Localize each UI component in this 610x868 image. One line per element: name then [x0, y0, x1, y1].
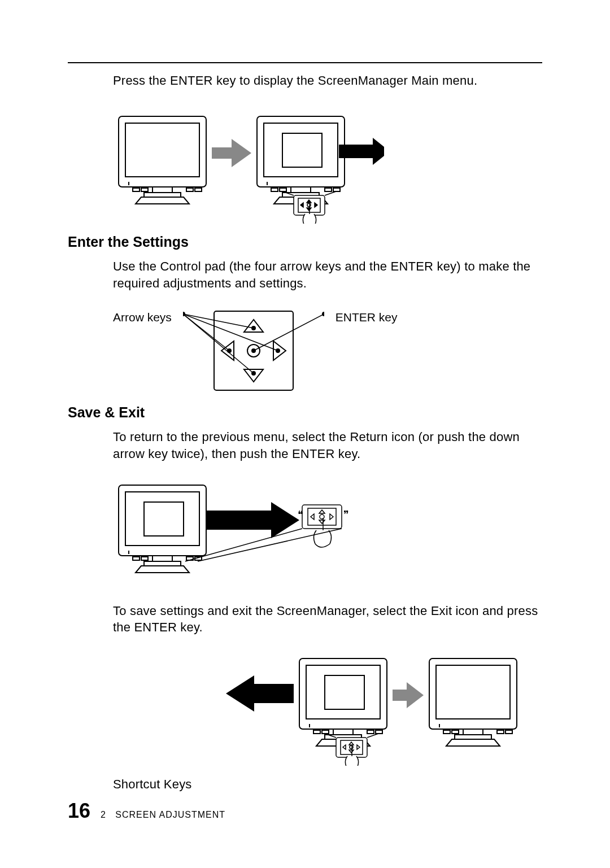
svg-line-46 [254, 314, 324, 351]
svg-rect-4 [144, 193, 181, 197]
heading-save-exit: Save & Exit [68, 404, 542, 421]
svg-rect-8 [195, 188, 202, 191]
svg-rect-79 [376, 730, 382, 734]
figure-enter-main-menu [113, 111, 542, 224]
figure-exit-screenmanager [226, 653, 542, 766]
top-rule [68, 62, 542, 63]
svg-point-97 [350, 745, 353, 749]
svg-rect-11 [264, 123, 338, 177]
svg-rect-72 [306, 665, 380, 719]
svg-rect-85 [463, 729, 483, 735]
chapter-title: SCREEN ADJUSTMENT [115, 810, 225, 819]
label-arrow-keys: Arrow keys [113, 308, 172, 324]
heading-enter-settings: Enter the Settings [68, 234, 542, 250]
svg-marker-58 [206, 502, 299, 538]
svg-text:❞: ❞ [343, 509, 349, 520]
svg-rect-90 [506, 730, 512, 734]
svg-rect-19 [282, 133, 322, 167]
svg-point-47 [323, 312, 324, 316]
svg-rect-80 [325, 675, 364, 709]
svg-rect-18 [333, 188, 340, 191]
svg-rect-74 [333, 729, 353, 735]
svg-marker-20 [339, 138, 384, 165]
svg-text:❝: ❝ [298, 509, 303, 520]
svg-rect-76 [313, 730, 320, 734]
para-save-exit: To save settings and exit the ScreenMana… [113, 603, 542, 636]
svg-rect-5 [133, 188, 140, 191]
page-number: 16 [68, 799, 90, 823]
svg-rect-17 [325, 188, 332, 191]
shortcut-keys-label: Shortcut Keys [113, 776, 542, 793]
svg-rect-89 [497, 730, 504, 734]
svg-rect-52 [144, 561, 181, 566]
svg-rect-15 [271, 188, 278, 191]
svg-marker-70 [226, 675, 294, 712]
svg-rect-16 [280, 188, 286, 191]
svg-rect-7 [186, 188, 193, 191]
svg-rect-57 [144, 502, 184, 536]
svg-line-41 [183, 314, 254, 328]
svg-rect-87 [443, 730, 450, 734]
svg-marker-81 [393, 682, 424, 708]
svg-marker-9 [212, 139, 251, 167]
svg-line-44 [183, 314, 254, 373]
svg-line-99 [367, 734, 378, 738]
svg-rect-6 [141, 188, 148, 191]
svg-rect-53 [133, 557, 140, 560]
para-enter-settings: Use the Control pad (the four arrow keys… [113, 258, 542, 291]
figure-return-menu: ❝ ❞ [113, 479, 542, 592]
svg-rect-13 [291, 187, 311, 193]
svg-rect-86 [455, 735, 491, 739]
svg-rect-1 [125, 123, 199, 177]
svg-rect-88 [452, 730, 459, 734]
svg-point-65 [320, 514, 324, 519]
para-return-previous: To return to the previous menu, select t… [113, 429, 542, 462]
svg-rect-54 [141, 557, 148, 560]
label-enter-key: ENTER key [336, 308, 398, 324]
svg-line-68 [185, 529, 302, 561]
figure-control-pad: Arrow keys [113, 308, 542, 393]
page-footer: 16 2 SCREEN ADJUSTMENT [68, 799, 225, 823]
svg-rect-78 [367, 730, 374, 734]
svg-rect-49 [125, 492, 199, 546]
intro-text: Press the ENTER key to display the Scree… [113, 73, 542, 88]
svg-rect-3 [152, 187, 172, 193]
svg-rect-77 [322, 730, 329, 734]
svg-point-45 [183, 312, 185, 316]
chapter-number: 2 [101, 810, 106, 819]
svg-rect-83 [436, 665, 510, 719]
svg-rect-51 [152, 556, 172, 561]
svg-line-29 [325, 191, 336, 195]
